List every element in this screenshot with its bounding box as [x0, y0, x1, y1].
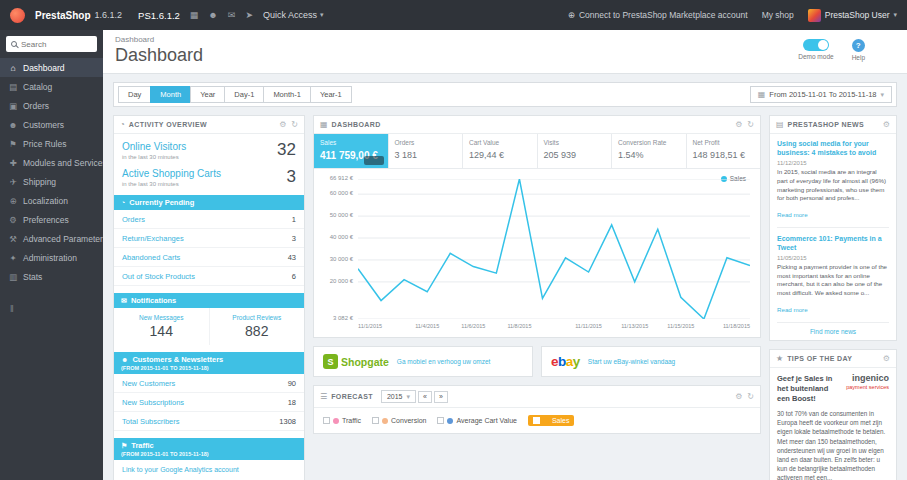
kpi-orders[interactable]: Orders 3 181	[389, 134, 464, 168]
checkbox[interactable]	[372, 417, 379, 424]
total-subscribers-row[interactable]: Total Subscribers 1308	[114, 412, 304, 431]
panel-settings-icon[interactable]: ⚙	[883, 354, 890, 363]
sidebar-item-preferences[interactable]: ⚙ Preferences	[0, 210, 103, 229]
new-messages-cell[interactable]: New Messages 144	[114, 308, 210, 345]
sidebar-item-catalog[interactable]: ▤ Catalog	[0, 77, 103, 96]
panel-title: TIPS OF THE DAY	[787, 355, 852, 362]
kpi-conversion-rate[interactable]: Conversion Rate 1.54%	[612, 134, 687, 168]
activity-overview-panel: ◔ ACTIVITY OVERVIEW ⚙ ↻ Online Visitors …	[113, 115, 305, 480]
date-range-picker[interactable]: ▦ From 2015-11-01 To 2015-11-18 ▾	[750, 86, 892, 103]
find-more-news-link[interactable]: Find more news	[777, 322, 889, 340]
product-reviews-cell[interactable]: Product Reviews 882	[210, 308, 305, 345]
help-button[interactable]: ? Help	[852, 39, 865, 61]
row-label: Out of Stock Products	[122, 272, 195, 281]
cart-icon[interactable]: ▦	[190, 10, 199, 20]
notifications-icon[interactable]: ✉	[228, 10, 236, 20]
period-day-1-button[interactable]: Day-1	[224, 86, 264, 103]
kpi-cart-value[interactable]: Cart Value 129,44 €	[463, 134, 538, 168]
out-of-stock-row[interactable]: Out of Stock Products 6	[114, 267, 304, 286]
panel-settings-icon[interactable]: ⚙	[735, 392, 742, 401]
forecast-prev-button[interactable]: «	[418, 391, 432, 403]
shopgate-logo: S Shopgate	[323, 354, 389, 369]
period-day-button[interactable]: Day	[118, 86, 151, 103]
new-customers-row[interactable]: New Customers 90	[114, 374, 304, 393]
sidebar-item-label: Orders	[23, 101, 49, 111]
shop-name[interactable]: PS1.6.1.2	[138, 10, 180, 21]
chevron-down-icon: ▾	[880, 91, 884, 99]
google-analytics-link[interactable]: Link to your Google Analytics account	[114, 460, 304, 480]
date-filter-bar: Day Month Year Day-1 Month-1 Year-1 ▦ Fr…	[113, 82, 897, 107]
prestashop-news-panel: ▤ PRESTASHOP NEWS ⚙ Using social media f…	[769, 115, 897, 341]
news-item: Ecommerce 101: Payments in a Tweet 11/05…	[777, 234, 889, 316]
collapse-sidebar-button[interactable]: ‖	[0, 300, 103, 318]
forecast-legend-conversion[interactable]: Conversion	[372, 417, 426, 424]
quick-access-menu[interactable]: Quick Access ▾	[263, 10, 324, 20]
shopgate-module-ad[interactable]: S Shopgate Ga mobiel en verhoog uw omzet	[313, 346, 533, 377]
average-cart-value-color-dot	[447, 418, 453, 424]
read-more-link[interactable]: Read more	[777, 306, 808, 313]
abandoned-carts-row[interactable]: Abandoned Carts 43	[114, 248, 304, 267]
sidebar-item-stats[interactable]: ▥ Stats	[0, 267, 103, 286]
shopgate-link[interactable]: Ga mobiel en verhoog uw omzet	[397, 358, 491, 365]
news-item-title[interactable]: Using social media for your business: 4 …	[777, 139, 889, 157]
sidebar-item-localization[interactable]: ⊕ Localization	[0, 191, 103, 210]
sidebar-item-customers[interactable]: ☻ Customers	[0, 115, 103, 134]
ebay-link[interactable]: Start uw eBay-winkel vandaag	[588, 358, 675, 365]
kpi-net-profit[interactable]: Net Profit 148 918,51 €	[687, 134, 761, 168]
chevron-down-icon: ▾	[320, 11, 324, 19]
period-year-button[interactable]: Year	[190, 86, 225, 103]
marketplace-link[interactable]: ⊕ Connect to PrestaShop Marketplace acco…	[568, 10, 748, 20]
sidebar-item-administration[interactable]: ✦ Administration	[0, 248, 103, 267]
legend-label: Traffic	[342, 417, 361, 424]
sidebar-item-shipping[interactable]: ✈ Shipping	[0, 172, 103, 191]
panel-refresh-icon[interactable]: ↻	[747, 392, 754, 401]
demo-mode-toggle[interactable]	[803, 39, 829, 51]
sidebar-item-orders[interactable]: ▣ Orders	[0, 96, 103, 115]
period-month-1-button[interactable]: Month-1	[263, 86, 311, 103]
stats-icon: ▥	[8, 272, 18, 282]
sidebar-item-dashboard[interactable]: ⌂ Dashboard	[0, 58, 103, 77]
panel-settings-icon[interactable]: ⚙	[735, 120, 742, 129]
panel-refresh-icon[interactable]: ↻	[291, 120, 298, 129]
sidebar-item-price-rules[interactable]: ⚑ Price Rules	[0, 134, 103, 153]
kpi-value: 3 181	[395, 150, 457, 160]
user-menu[interactable]: PrestaShop User ▾	[808, 9, 897, 22]
pending-orders-row[interactable]: Orders 1	[114, 210, 304, 229]
sidebar-item-modules[interactable]: ✚ Modules and Services	[0, 153, 103, 172]
new-subscriptions-row[interactable]: New Subscriptions 18	[114, 393, 304, 412]
kpi-visits[interactable]: Visits 205 939	[538, 134, 613, 168]
forecast-legend-average-cart-value[interactable]: Average Cart Value	[437, 417, 516, 424]
online-visitors-link[interactable]: Online Visitors	[122, 141, 186, 153]
sidebar: ⌂ Dashboard ▤ Catalog ▣ Orders ☻ Custome…	[0, 30, 103, 480]
ebay-letter: e	[551, 354, 558, 369]
chevron-down-icon: ▾	[406, 393, 410, 401]
customers-icon[interactable]: ☻	[208, 10, 217, 20]
news-item-title[interactable]: Ecommerce 101: Payments in a Tweet	[777, 234, 889, 252]
panel-refresh-icon[interactable]: ↻	[747, 120, 754, 129]
checkbox[interactable]	[533, 417, 540, 424]
prestashop-logo-icon[interactable]	[10, 8, 25, 23]
checkbox[interactable]	[437, 417, 444, 424]
section-subtitle: (FROM 2015-11-01 TO 2015-11-18)	[121, 451, 297, 457]
panel-settings-icon[interactable]: ⚙	[279, 120, 286, 129]
sidebar-item-advanced-parameters[interactable]: ⚒ Advanced Parameters	[0, 229, 103, 248]
forecast-year-select[interactable]: 2015 ▾	[381, 390, 416, 403]
localization-icon: ⊕	[8, 196, 18, 206]
y-axis-tick: 66 912 €	[330, 175, 353, 181]
panel-settings-icon[interactable]: ⚙	[883, 120, 890, 129]
cell-label: Product Reviews	[212, 314, 303, 321]
forecast-legend-sales[interactable]: Sales	[528, 415, 575, 426]
my-shop-link[interactable]: My shop	[762, 10, 794, 20]
search-input[interactable]	[21, 40, 92, 49]
forecast-legend-traffic[interactable]: Traffic	[323, 417, 361, 424]
upload-icon[interactable]: ➤	[245, 10, 253, 20]
forecast-next-button[interactable]: »	[434, 391, 448, 403]
active-carts-link[interactable]: Active Shopping Carts	[122, 168, 221, 180]
read-more-link[interactable]: Read more	[777, 211, 808, 218]
checkbox[interactable]	[323, 417, 330, 424]
kpi-sales[interactable]: Sales 411 759,00 €	[314, 134, 389, 168]
period-year-1-button[interactable]: Year-1	[310, 86, 352, 103]
pending-returns-row[interactable]: Return/Exchanges 3	[114, 229, 304, 248]
period-month-button[interactable]: Month	[150, 86, 191, 103]
ebay-module-ad[interactable]: ebay Start uw eBay-winkel vandaag	[541, 346, 761, 377]
